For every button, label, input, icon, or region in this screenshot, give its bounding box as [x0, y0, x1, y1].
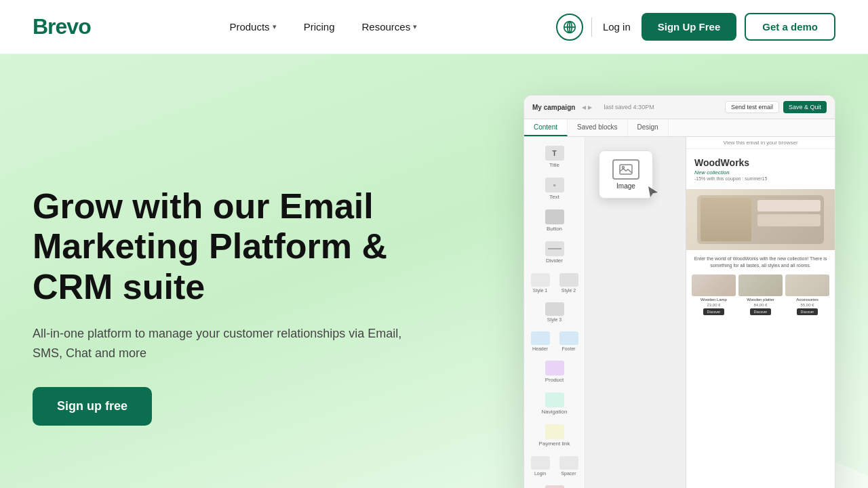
save-quit-button[interactable]: Save & Quit	[783, 101, 827, 113]
hero-subtitle: All-in-one platform to manage your custo…	[33, 324, 412, 363]
svg-point-5	[623, 167, 625, 169]
email-brand: WoodWorks	[694, 157, 827, 168]
product-3: Accessories 55,00 € Discover	[785, 274, 829, 315]
nav-products[interactable]: Products ▾	[218, 16, 287, 38]
button-icon	[545, 209, 564, 224]
app-topbar-right: Send test email Save & Quit	[725, 101, 827, 113]
sidebar-row-styles2: Style 3	[527, 299, 582, 325]
sidebar-item-payment[interactable]: Payment link	[527, 421, 582, 450]
sidebar-item-video[interactable]: Video	[527, 482, 582, 488]
demo-button[interactable]: Get a demo	[745, 13, 835, 41]
sidebar-row-extras: Login Spacer	[527, 453, 582, 479]
app-screenshot: My campaign ◀ ▶ last saved 4:30PM Send t…	[524, 95, 835, 488]
hero-right: My campaign ◀ ▶ last saved 4:30PM Send t…	[412, 95, 835, 488]
product3-price: 55,00 €	[800, 303, 814, 307]
login-icon	[531, 456, 550, 470]
nav-resources[interactable]: Resources ▾	[351, 16, 428, 38]
title-icon: T	[545, 146, 564, 161]
sidebar-item-style1[interactable]: Style 1	[528, 270, 553, 296]
login-link[interactable]: Log in	[600, 16, 633, 38]
tab-content[interactable]: Content	[524, 119, 568, 136]
chevron-down-icon: ▾	[413, 22, 417, 31]
product-1: Wooden Lamp 23,00 € Discover	[692, 274, 736, 315]
app-toolbar: Content Saved blocks Design	[524, 119, 835, 137]
sidebar-item-style3[interactable]: Style 3	[542, 299, 568, 325]
sidebar-item-header[interactable]: Header	[528, 328, 553, 354]
sidebar-item-divider[interactable]: Divider	[527, 238, 582, 267]
hero-section: Grow with our Email Marketing Platform &…	[0, 54, 868, 488]
email-body-text: Enter the world of WoodWorks with the ne…	[686, 250, 835, 274]
email-coupon: -15% with this coupon : summer15	[694, 176, 827, 181]
email-header: WoodWorks New collection -15% with this …	[686, 149, 835, 189]
product2-price: 84,00 €	[753, 303, 767, 307]
app-topbar-left: My campaign ◀ ▶ last saved 4:30PM	[532, 104, 719, 111]
payment-icon	[545, 424, 564, 439]
sidebar-row-styles: Style 1 Style 2	[527, 270, 582, 296]
product3-image	[785, 274, 829, 296]
product-icon	[545, 361, 564, 375]
product3-discover[interactable]: Discover	[797, 308, 818, 315]
app-canvas: Image View this email in your browser Wo…	[585, 137, 835, 488]
hero-cta-button[interactable]: Sign up free	[33, 387, 152, 426]
nav-links: Products ▾ Pricing Resources ▾	[218, 16, 428, 38]
navigation-icon	[545, 392, 564, 407]
nav-right: Log in Sign Up Free Get a demo	[556, 13, 835, 41]
divider-icon	[545, 241, 564, 256]
product1-image	[692, 274, 736, 296]
cursor-icon	[645, 184, 661, 201]
campaign-name: My campaign	[532, 104, 575, 111]
hero-left: Grow with our Email Marketing Platform &…	[33, 186, 412, 426]
sidebar-item-spacer[interactable]: Spacer	[556, 453, 582, 479]
product2-image	[738, 274, 783, 296]
language-selector[interactable]	[556, 14, 583, 41]
style2-icon	[559, 273, 578, 287]
save-status: last saved 4:30PM	[604, 104, 654, 110]
product1-name: Wooden Lamp	[701, 298, 727, 302]
signup-button[interactable]: Sign Up Free	[642, 13, 737, 41]
product-2: Wooden platter 84,00 € Discover	[738, 274, 783, 315]
app-body: T Title ≡ Text Button Divider	[524, 137, 835, 488]
style1-icon	[531, 273, 550, 287]
tab-design[interactable]: Design	[628, 119, 669, 136]
style3-icon	[545, 302, 564, 316]
product1-discover[interactable]: Discover	[703, 308, 724, 315]
email-preview: View this email in your browser WoodWork…	[686, 137, 835, 488]
hero-title: Grow with our Email Marketing Platform &…	[33, 186, 412, 308]
sidebar-item-product[interactable]: Product	[527, 357, 582, 386]
email-hero-image	[686, 189, 835, 250]
video-icon	[545, 485, 564, 488]
nav-divider	[591, 18, 592, 37]
image-widget-label: Image	[616, 182, 635, 190]
globe-icon	[563, 20, 576, 34]
sidebar-item-navigation[interactable]: Navigation	[527, 389, 582, 418]
app-topbar: My campaign ◀ ▶ last saved 4:30PM Send t…	[524, 96, 835, 119]
navbar: Brevo Products ▾ Pricing Resources ▾ Log…	[0, 0, 868, 54]
header-icon	[531, 331, 550, 345]
product1-price: 23,00 €	[707, 303, 720, 307]
sidebar-item-footer[interactable]: Footer	[556, 328, 582, 354]
sidebar-item-style2[interactable]: Style 2	[556, 270, 582, 296]
view-link: View this email in your browser	[686, 137, 835, 149]
chevron-down-icon: ▾	[273, 22, 277, 31]
brand-name: Brevo	[33, 14, 91, 39]
product2-name: Wooden platter	[747, 298, 774, 302]
app-sidebar: T Title ≡ Text Button Divider	[524, 137, 585, 488]
sidebar-item-login[interactable]: Login	[528, 453, 553, 479]
sidebar-item-button[interactable]: Button	[527, 206, 582, 235]
email-products: Wooden Lamp 23,00 € Discover Wooden plat…	[686, 274, 835, 321]
image-widget-icon	[612, 159, 639, 180]
spacer-icon	[559, 456, 578, 470]
sidebar-item-title[interactable]: T Title	[527, 142, 582, 171]
sidebar-row-hf: Header Footer	[527, 328, 582, 354]
nav-pricing[interactable]: Pricing	[293, 16, 346, 38]
email-tag: New collection	[694, 169, 827, 176]
logo[interactable]: Brevo	[33, 14, 91, 39]
tab-saved-blocks[interactable]: Saved blocks	[568, 119, 627, 136]
send-test-button[interactable]: Send test email	[725, 101, 779, 113]
footer-icon	[559, 331, 578, 345]
product2-discover[interactable]: Discover	[750, 308, 771, 315]
sidebar-item-text[interactable]: ≡ Text	[527, 174, 582, 203]
product3-name: Accessories	[796, 298, 818, 302]
text-icon: ≡	[545, 178, 564, 192]
